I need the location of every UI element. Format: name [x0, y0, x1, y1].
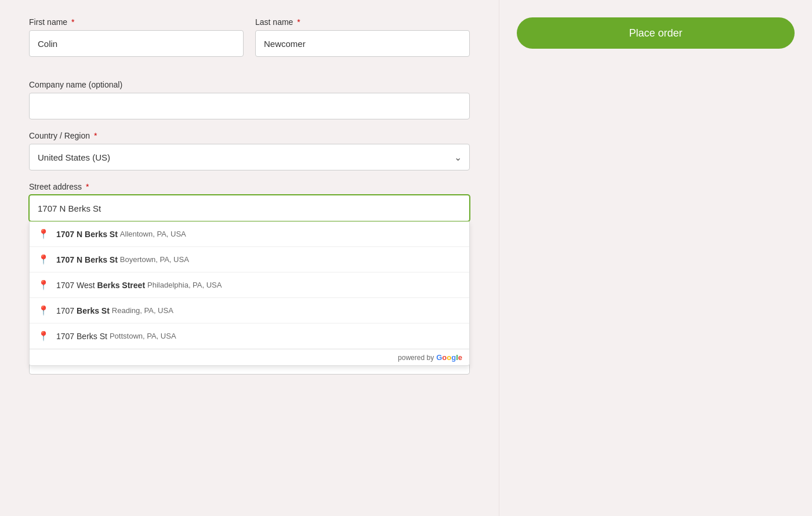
autocomplete-text-5: 1707 Berks St	[56, 332, 107, 341]
first-name-group: First name *	[29, 17, 244, 57]
country-select[interactable]: United States (US)	[29, 144, 470, 170]
first-name-label: First name *	[29, 17, 244, 27]
pin-icon-4: 📍	[38, 305, 49, 316]
street-input[interactable]	[29, 195, 470, 221]
powered-by-google: powered by Google	[30, 349, 469, 365]
autocomplete-dropdown: 📍 1707 N Berks St Allentown, PA, USA 📍 1…	[29, 221, 470, 366]
street-group: Street address * 📍 1707 N Berks St Allen…	[29, 182, 470, 221]
order-panel: Place order	[499, 0, 812, 516]
company-input[interactable]	[29, 93, 470, 119]
autocomplete-text-1: 1707 N Berks St	[56, 230, 118, 239]
pin-icon-1: 📍	[38, 228, 49, 239]
street-address-container: 📍 1707 N Berks St Allentown, PA, USA 📍 1…	[29, 195, 470, 221]
country-group: Country / Region * United States (US) ⌄	[29, 131, 470, 170]
google-logo: Google	[436, 353, 462, 362]
country-select-wrapper: United States (US) ⌄	[29, 144, 470, 170]
country-label: Country / Region *	[29, 131, 470, 140]
country-required: *	[94, 131, 97, 140]
autocomplete-text-3: 1707 West Berks Street	[56, 281, 145, 290]
last-name-required: *	[297, 17, 300, 27]
name-row: First name * Last name *	[29, 17, 470, 68]
powered-by-text: powered by	[398, 354, 434, 362]
autocomplete-secondary-2: Boyertown, PA, USA	[120, 255, 189, 264]
checkout-form: First name * Last name * Company name (o…	[0, 0, 499, 516]
autocomplete-secondary-3: Philadelphia, PA, USA	[147, 281, 222, 289]
autocomplete-secondary-4: Reading, PA, USA	[112, 306, 173, 315]
street-label: Street address *	[29, 182, 470, 191]
last-name-input[interactable]	[255, 30, 470, 57]
autocomplete-secondary-5: Pottstown, PA, USA	[110, 332, 176, 340]
autocomplete-item-3[interactable]: 📍 1707 West Berks Street Philadelphia, P…	[30, 272, 469, 298]
pin-icon-3: 📍	[38, 279, 49, 290]
autocomplete-secondary-1: Allentown, PA, USA	[120, 230, 186, 238]
autocomplete-item-5[interactable]: 📍 1707 Berks St Pottstown, PA, USA	[30, 324, 469, 349]
autocomplete-text-2: 1707 N Berks St	[56, 255, 118, 264]
pin-icon-2: 📍	[38, 254, 49, 265]
pin-icon-5: 📍	[38, 330, 49, 341]
place-order-button[interactable]: Place order	[517, 17, 795, 49]
first-name-input[interactable]	[29, 30, 244, 57]
last-name-label: Last name *	[255, 17, 470, 27]
street-required: *	[86, 182, 89, 191]
place-order-label: Place order	[629, 27, 682, 39]
company-group: Company name (optional)	[29, 80, 470, 119]
autocomplete-text-4: 1707 Berks St	[56, 306, 110, 315]
company-label: Company name (optional)	[29, 80, 470, 89]
autocomplete-item-4[interactable]: 📍 1707 Berks St Reading, PA, USA	[30, 298, 469, 324]
last-name-group: Last name *	[255, 17, 470, 57]
first-name-required: *	[71, 17, 74, 27]
autocomplete-item-2[interactable]: 📍 1707 N Berks St Boyertown, PA, USA	[30, 247, 469, 272]
autocomplete-item-1[interactable]: 📍 1707 N Berks St Allentown, PA, USA	[30, 221, 469, 247]
